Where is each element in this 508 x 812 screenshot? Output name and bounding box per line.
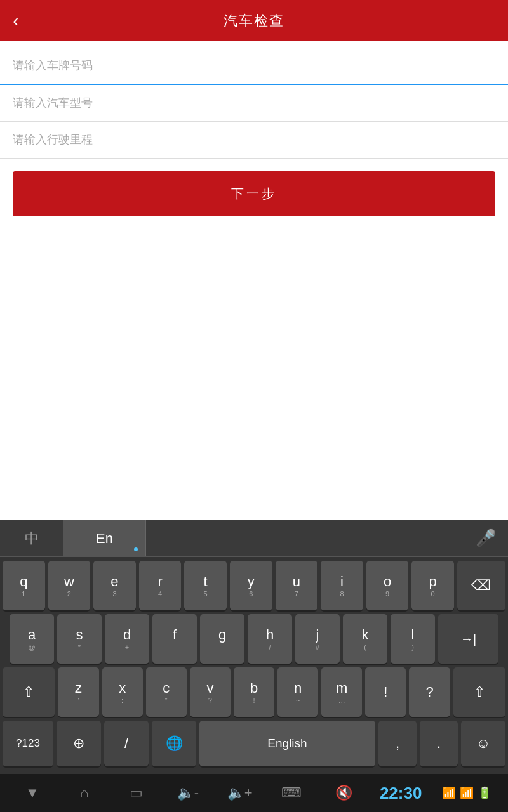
num-toggle-key[interactable]: ?123: [3, 721, 53, 766]
lang-indicator-dot: [134, 547, 138, 551]
lang-en-button[interactable]: En: [64, 520, 146, 556]
page-title: 汽车检查: [224, 11, 284, 30]
key-g[interactable]: g=: [200, 614, 244, 664]
nav-vol-up-icon[interactable]: 🔈+: [224, 780, 256, 806]
back-button[interactable]: ‹: [13, 11, 18, 31]
key-r[interactable]: r4: [139, 561, 182, 610]
signal-icon: 📶: [460, 786, 474, 800]
keyboard: 中 En 🎤 q1 w2 e3 r4 t5 y6 u7 i8 o9 p0 ⌫ a…: [0, 520, 508, 774]
key-m[interactable]: m…: [321, 667, 362, 717]
next-button[interactable]: 下一步: [13, 171, 495, 216]
nav-status-area: 📶 📶 🔋: [442, 786, 491, 800]
key-e[interactable]: e3: [93, 561, 136, 610]
key-x[interactable]: x:: [102, 667, 143, 717]
empty-content-area: [0, 235, 508, 476]
app-header: ‹ 汽车检查: [0, 0, 508, 41]
key-k[interactable]: k(: [343, 614, 387, 664]
shift-right-key[interactable]: ⇧: [453, 667, 505, 717]
globe-key[interactable]: 🌐: [152, 721, 196, 766]
key-s[interactable]: s*: [57, 614, 102, 664]
lang-zh-button[interactable]: 中: [0, 520, 64, 556]
shift-left-key[interactable]: ⇧: [3, 667, 55, 717]
nav-home-icon[interactable]: ⌂: [69, 780, 100, 806]
key-d[interactable]: d+: [105, 614, 149, 664]
license-plate-input[interactable]: [0, 48, 508, 85]
key-n[interactable]: n~: [277, 667, 318, 717]
nav-vol-down-icon[interactable]: 🔈-: [172, 780, 204, 806]
nav-time: 22:30: [380, 783, 422, 803]
mic-button[interactable]: 🎤: [464, 528, 508, 548]
car-model-input[interactable]: [0, 85, 508, 122]
key-q[interactable]: q1: [3, 561, 45, 610]
move-key[interactable]: ⊕: [57, 721, 101, 766]
keyboard-row-2: a@ s* d+ f- g= h/ j# k( l) →|: [3, 614, 505, 664]
key-a[interactable]: a@: [10, 614, 54, 664]
key-z[interactable]: z': [58, 667, 98, 717]
nav-keyboard-icon[interactable]: ⌨: [276, 780, 307, 806]
key-question[interactable]: ?: [409, 667, 450, 717]
key-c[interactable]: c": [146, 667, 187, 717]
key-v[interactable]: v?: [190, 667, 231, 717]
key-t[interactable]: t5: [184, 561, 227, 610]
keyboard-row-3: ⇧ z' x: c" v? b! n~ m… ! ? ⇧: [3, 667, 505, 717]
nav-recents-icon[interactable]: ▭: [120, 780, 152, 806]
keyboard-lang-row: 中 En 🎤: [0, 520, 508, 557]
key-u[interactable]: u7: [276, 561, 318, 610]
key-w[interactable]: w2: [48, 561, 91, 610]
backspace-key[interactable]: ⌫: [457, 561, 505, 610]
comma-key[interactable]: ,: [378, 721, 417, 766]
battery-icon: 🔋: [478, 786, 491, 800]
key-i[interactable]: i8: [321, 561, 363, 610]
key-o[interactable]: o9: [366, 561, 409, 610]
key-f[interactable]: f-: [152, 614, 197, 664]
space-key[interactable]: English: [199, 721, 375, 766]
key-p[interactable]: p0: [411, 561, 454, 610]
tab-key[interactable]: →|: [438, 614, 498, 664]
key-exclaim[interactable]: !: [365, 667, 406, 717]
keyboard-bottom-row: ?123 ⊕ / 🌐 English , . ☺: [3, 721, 505, 766]
emoji-key[interactable]: ☺: [461, 721, 505, 766]
nav-mute-icon[interactable]: 🔇: [328, 780, 359, 806]
form-area: 下一步: [0, 41, 508, 235]
nav-down-icon[interactable]: ▼: [17, 780, 48, 806]
key-j[interactable]: j#: [295, 614, 340, 664]
key-y[interactable]: y6: [230, 561, 272, 610]
key-l[interactable]: l): [391, 614, 435, 664]
slash-key[interactable]: /: [104, 721, 149, 766]
key-b[interactable]: b!: [234, 667, 274, 717]
period-key[interactable]: .: [420, 721, 458, 766]
keyboard-row-1: q1 w2 e3 r4 t5 y6 u7 i8 o9 p0 ⌫: [3, 561, 505, 610]
wifi-icon: 📶: [442, 786, 456, 800]
key-h[interactable]: h/: [248, 614, 292, 664]
mileage-input[interactable]: [0, 122, 508, 159]
keyboard-key-area: q1 w2 e3 r4 t5 y6 u7 i8 o9 p0 ⌫ a@ s* d+…: [0, 557, 508, 774]
navigation-bar: ▼ ⌂ ▭ 🔈- 🔈+ ⌨ 🔇 22:30 📶 📶 🔋: [0, 774, 508, 812]
